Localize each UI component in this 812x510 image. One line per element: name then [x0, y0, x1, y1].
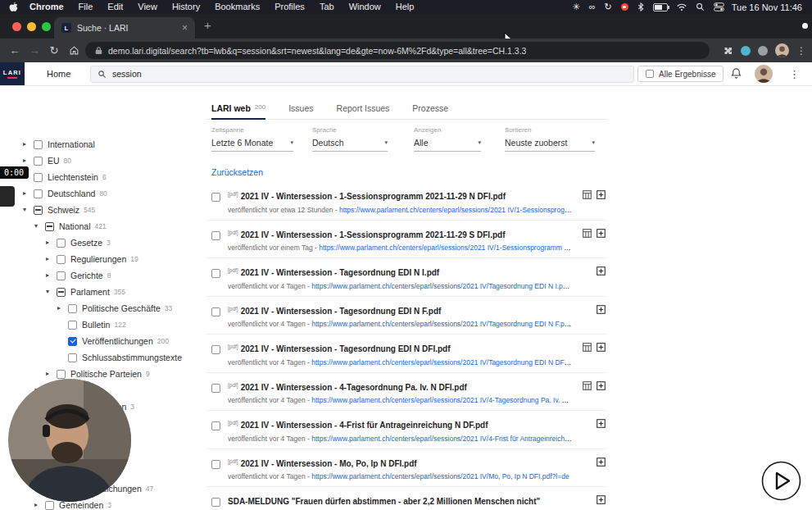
- result-link[interactable]: https://www.parlament.ch/centers/eparl/s…: [311, 472, 569, 480]
- result-title[interactable]: 2021 IV - Wintersession - 1-Sessionsprog…: [241, 230, 506, 239]
- tree-checkbox[interactable]: [57, 370, 66, 379]
- tree-item-eu[interactable]: ▸EU80: [12, 153, 206, 169]
- tree-item-national[interactable]: ▾National421: [12, 218, 206, 235]
- result-checkbox[interactable]: [211, 231, 220, 240]
- browser-tab[interactable]: L Suche · LARI ×: [54, 17, 195, 39]
- browser-menu-icon[interactable]: ⋮: [796, 46, 806, 56]
- menu-help[interactable]: Help: [388, 0, 422, 14]
- tree-checkbox[interactable]: [45, 222, 54, 231]
- menu-file[interactable]: File: [71, 0, 101, 14]
- menubar-battery-icon[interactable]: [653, 3, 668, 11]
- add-icon[interactable]: [597, 381, 606, 390]
- table-icon[interactable]: [583, 190, 592, 199]
- tree-item-international[interactable]: ▸International: [12, 136, 206, 153]
- browser-profile-avatar[interactable]: [775, 43, 789, 57]
- tree-item-ver-ffentlichungen[interactable]: Veröffentlichungen200: [12, 333, 206, 349]
- tree-item-gesetze[interactable]: ▸Gesetze3: [12, 235, 206, 251]
- add-icon[interactable]: [597, 419, 606, 428]
- result-title[interactable]: 2021 IV - Wintersession - 4-Frist für An…: [241, 421, 488, 430]
- add-icon[interactable]: [597, 190, 606, 199]
- tree-checkbox[interactable]: [45, 501, 54, 510]
- new-tab-button[interactable]: +: [204, 19, 211, 31]
- menubar-record-icon[interactable]: [621, 3, 628, 11]
- tab-prozesse[interactable]: Prozesse: [412, 97, 448, 119]
- recorder-widget[interactable]: [0, 186, 15, 207]
- chevron-down-icon[interactable]: ▾: [23, 207, 34, 213]
- tab-close-icon[interactable]: ×: [182, 23, 188, 33]
- tree-checkbox[interactable]: [34, 140, 43, 149]
- notifications-bell-icon[interactable]: [730, 67, 742, 80]
- menu-view[interactable]: View: [130, 0, 165, 14]
- nav-home[interactable]: Home: [47, 62, 70, 85]
- tree-item-bulletin[interactable]: Bulletin122: [12, 316, 206, 333]
- tree-item-schweiz[interactable]: ▾Schweiz545: [12, 202, 206, 218]
- result-link[interactable]: https://www.parlament.ch/centers/eparl/s…: [319, 244, 573, 252]
- chevron-right-icon[interactable]: ▸: [34, 502, 45, 508]
- tree-checkbox[interactable]: [68, 337, 77, 346]
- chevron-right-icon[interactable]: ▸: [23, 190, 34, 197]
- chevron-right-icon[interactable]: ▸: [57, 305, 68, 312]
- tree-checkbox[interactable]: [57, 271, 66, 280]
- menubar-sync-icon[interactable]: ↻: [605, 2, 612, 11]
- menubar-wifi-icon[interactable]: [677, 3, 687, 11]
- all-results-checkbox[interactable]: [646, 70, 654, 78]
- tree-item-parlament[interactable]: ▾Parlament355: [12, 284, 206, 300]
- apple-menu-icon[interactable]: [0, 2, 22, 12]
- chevron-right-icon[interactable]: ▸: [46, 239, 57, 246]
- search-input[interactable]: [112, 69, 633, 79]
- extensions-puzzle-icon[interactable]: [724, 46, 733, 56]
- play-button[interactable]: [761, 461, 801, 501]
- tree-checkbox[interactable]: [68, 353, 77, 362]
- result-checkbox[interactable]: [211, 193, 220, 202]
- tree-checkbox[interactable]: [57, 239, 66, 248]
- user-avatar[interactable]: [755, 65, 773, 83]
- zoom-window-button[interactable]: [42, 22, 51, 31]
- filter-dropdown[interactable]: Alle▾: [414, 138, 481, 152]
- address-bar[interactable]: demo.lari.digital/search?tb=lwb&q=sessio…: [85, 42, 710, 59]
- tree-checkbox[interactable]: [34, 173, 43, 182]
- tree-checkbox[interactable]: [34, 157, 43, 166]
- result-link[interactable]: https://www.parlament.ch/centers/eparl/s…: [311, 320, 573, 328]
- tree-item-gerichte[interactable]: ▸Gerichte8: [12, 267, 206, 284]
- chevron-down-icon[interactable]: ▾: [46, 289, 57, 295]
- home-icon[interactable]: [66, 39, 82, 62]
- tree-checkbox[interactable]: [34, 189, 43, 198]
- result-link[interactable]: https://www.parlament.ch/centers/eparl/s…: [311, 396, 573, 404]
- table-icon[interactable]: [583, 343, 592, 352]
- chevron-right-icon[interactable]: ▸: [23, 157, 34, 164]
- tree-checkbox[interactable]: [68, 304, 77, 313]
- reset-filters-link[interactable]: Zurücksetzen: [211, 167, 263, 177]
- result-title[interactable]: SDA-MELDUNG "Frauen dürfen abstimmen - a…: [228, 497, 540, 506]
- minimize-window-button[interactable]: [27, 22, 36, 31]
- add-icon[interactable]: [597, 229, 606, 238]
- result-title[interactable]: 2021 IV - Wintersession - 1-Sessionsprog…: [241, 192, 506, 201]
- add-icon[interactable]: [597, 495, 606, 504]
- result-checkbox[interactable]: [211, 345, 220, 354]
- tree-item-liechtenstein[interactable]: ▸Liechtenstein6: [12, 169, 206, 185]
- filter-dropdown[interactable]: Neuste zuoberst▾: [505, 138, 595, 152]
- menu-window[interactable]: Window: [342, 0, 388, 14]
- forward-icon[interactable]: →: [26, 39, 43, 62]
- table-icon[interactable]: [583, 381, 592, 390]
- extension-icon[interactable]: [758, 46, 768, 56]
- filter-dropdown[interactable]: Letzte 6 Monate▾: [211, 138, 293, 152]
- result-link[interactable]: https://www.parlament.ch/centers/eparl/s…: [311, 282, 573, 290]
- result-title[interactable]: 2021 IV - Wintersession - Tagesordnung E…: [241, 268, 440, 277]
- menubar-glasses-icon[interactable]: ∞: [589, 2, 596, 11]
- reload-icon[interactable]: ↻: [46, 39, 62, 62]
- menu-bookmarks[interactable]: Bookmarks: [207, 0, 267, 14]
- lari-logo[interactable]: LARI: [0, 62, 25, 85]
- chevron-down-icon[interactable]: ▾: [34, 223, 45, 230]
- chevron-right-icon[interactable]: ▸: [46, 272, 57, 279]
- menu-tab[interactable]: Tab: [312, 0, 342, 14]
- result-link[interactable]: https://www.parlament.ch/centers/eparl/s…: [311, 435, 573, 443]
- menubar-toggle-icon[interactable]: [714, 2, 724, 11]
- result-title[interactable]: 2021 IV - Wintersession - Tagesordnung E…: [241, 344, 451, 353]
- tree-checkbox[interactable]: [34, 206, 43, 215]
- result-checkbox[interactable]: [211, 384, 220, 393]
- menubar-bluetooth-icon[interactable]: [637, 2, 644, 11]
- add-icon[interactable]: [597, 458, 606, 467]
- result-checkbox[interactable]: [211, 421, 220, 430]
- back-icon[interactable]: ←: [7, 39, 23, 62]
- tree-item-gemeinden[interactable]: ▸Gemeinden3: [12, 497, 206, 510]
